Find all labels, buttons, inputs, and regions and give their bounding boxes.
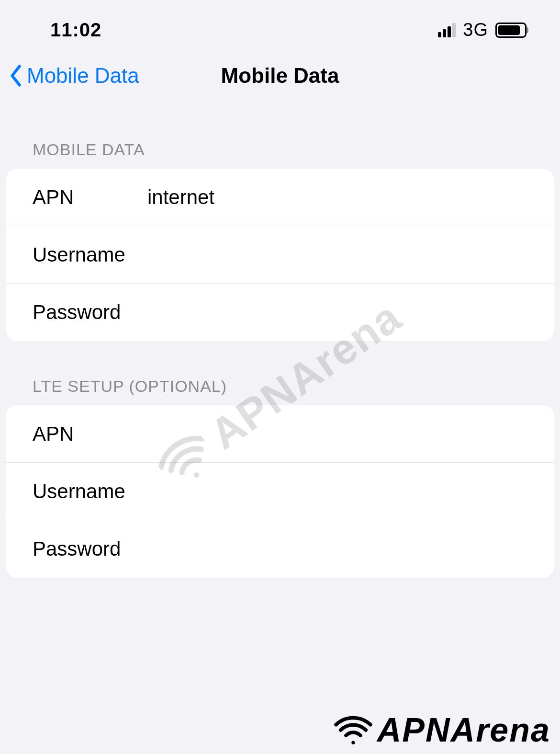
signal-icon — [438, 23, 456, 37]
row-lte-username[interactable]: Username — [6, 463, 554, 520]
watermark-bottom-right: APNArena — [334, 711, 550, 749]
section-lte-setup: LTE SETUP (OPTIONAL) APN Username Passwo… — [6, 377, 554, 578]
input-username[interactable] — [147, 243, 527, 266]
nav-bar: Mobile Data Mobile Data — [0, 55, 560, 104]
watermark-text-br: APNArena — [377, 711, 550, 749]
list-group-mobile-data: APN Username Password — [6, 169, 554, 341]
input-lte-username[interactable] — [147, 480, 527, 503]
page-title: Mobile Data — [221, 64, 339, 88]
input-password[interactable] — [147, 301, 527, 324]
row-lte-password[interactable]: Password — [6, 520, 554, 578]
section-header-lte-setup: LTE SETUP (OPTIONAL) — [6, 377, 554, 405]
section-header-mobile-data: MOBILE DATA — [6, 140, 554, 169]
label-lte-password: Password — [33, 537, 147, 560]
section-mobile-data: MOBILE DATA APN Username Password — [6, 140, 554, 341]
status-right: 3G — [438, 20, 526, 40]
row-username[interactable]: Username — [6, 226, 554, 284]
chevron-left-icon — [9, 64, 22, 87]
label-password: Password — [33, 301, 147, 324]
label-lte-username: Username — [33, 480, 147, 503]
list-group-lte-setup: APN Username Password — [6, 405, 554, 578]
input-lte-apn[interactable] — [147, 423, 527, 446]
status-time: 11:02 — [50, 19, 101, 41]
label-lte-apn: APN — [33, 423, 147, 446]
status-bar: 11:02 3G — [0, 0, 560, 55]
back-button[interactable]: Mobile Data — [9, 64, 139, 88]
input-apn[interactable] — [147, 186, 527, 209]
label-apn: APN — [33, 186, 147, 209]
content: MOBILE DATA APN Username Password LTE SE… — [0, 140, 560, 578]
wifi-icon — [334, 716, 372, 744]
network-type: 3G — [463, 20, 488, 40]
row-apn[interactable]: APN — [6, 169, 554, 226]
label-username: Username — [33, 243, 147, 266]
row-lte-apn[interactable]: APN — [6, 405, 554, 463]
battery-icon — [495, 23, 526, 38]
input-lte-password[interactable] — [147, 537, 527, 560]
row-password[interactable]: Password — [6, 284, 554, 341]
back-label: Mobile Data — [27, 64, 139, 88]
